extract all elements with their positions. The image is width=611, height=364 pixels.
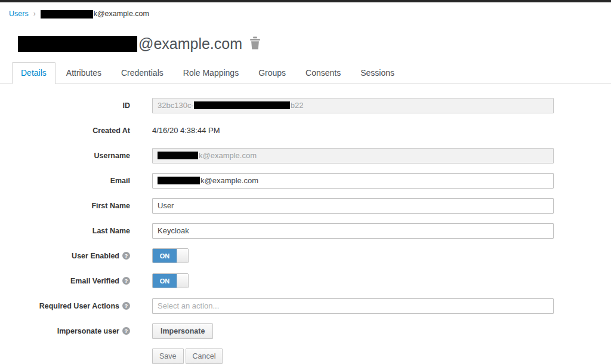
breadcrumb-current: k@example.com [41, 10, 149, 18]
username-input: k@example.com [152, 148, 554, 164]
field-row-username: Username k@example.com [0, 148, 611, 164]
email-input[interactable]: k@example.com [152, 173, 554, 189]
username-label: Username [0, 152, 130, 160]
created-at-label: Created At [0, 127, 130, 135]
redacted-text [158, 152, 198, 159]
toggle-handle [177, 249, 188, 263]
cancel-button[interactable]: Cancel [186, 348, 223, 364]
breadcrumb-users-link[interactable]: Users [9, 10, 29, 18]
help-icon[interactable]: ? [122, 277, 130, 285]
required-user-actions-input[interactable] [152, 298, 554, 314]
redacted-text [18, 36, 137, 52]
field-row-id: ID 32bc130c-b22 [0, 98, 611, 113]
field-row-email: Email k@example.com [0, 173, 611, 189]
redacted-text [41, 10, 93, 18]
last-name-input[interactable] [152, 223, 554, 239]
breadcrumb-separator: › [33, 10, 36, 18]
user-details-form: ID 32bc130c-b22 Created At 4/16/20 4:38:… [0, 98, 611, 364]
first-name-label: First Name [0, 202, 130, 210]
field-row-last-name: Last Name [0, 223, 611, 239]
created-at-value: 4/16/20 4:38:44 PM [152, 126, 220, 135]
first-name-input[interactable] [152, 198, 554, 214]
toggle-on-label: ON [153, 274, 177, 288]
email-verified-toggle[interactable]: ON [152, 273, 189, 288]
delete-user-button[interactable] [249, 36, 261, 51]
impersonate-button[interactable]: Impersonate [152, 323, 213, 339]
tab-attributes[interactable]: Attributes [57, 62, 110, 84]
field-row-email-verified: Email Verified ? ON [0, 273, 611, 289]
tab-groups[interactable]: Groups [249, 62, 295, 84]
save-button[interactable]: Save [152, 348, 184, 364]
field-row-impersonate: Impersonate user ? Impersonate [0, 323, 611, 339]
last-name-label: Last Name [0, 227, 130, 235]
trash-icon [249, 36, 261, 51]
tab-details[interactable]: Details [12, 62, 55, 84]
tab-consents[interactable]: Consents [297, 62, 350, 84]
field-row-created-at: Created At 4/16/20 4:38:44 PM [0, 123, 611, 138]
field-row-first-name: First Name [0, 198, 611, 214]
id-input: 32bc130c-b22 [152, 98, 554, 113]
help-icon[interactable]: ? [122, 327, 130, 335]
page-title: @example.com [18, 35, 611, 53]
field-row-required-user-actions: Required User Actions ? [0, 298, 611, 314]
redacted-text [158, 177, 200, 184]
tab-role-mappings[interactable]: Role Mappings [174, 62, 248, 84]
form-actions-row: Save Cancel [0, 348, 611, 364]
field-row-user-enabled: User Enabled ? ON [0, 248, 611, 264]
toggle-on-label: ON [153, 249, 177, 263]
email-label: Email [0, 177, 130, 185]
id-label: ID [0, 101, 130, 110]
user-enabled-toggle[interactable]: ON [152, 248, 189, 263]
help-icon[interactable]: ? [122, 302, 130, 310]
tab-credentials[interactable]: Credentials [112, 62, 172, 84]
required-user-actions-label: Required User Actions ? [0, 302, 130, 310]
toggle-handle [177, 274, 188, 288]
breadcrumb: Users › k@example.com [0, 2, 611, 18]
tab-sessions[interactable]: Sessions [351, 62, 403, 84]
tab-bar: Details Attributes Credentials Role Mapp… [0, 61, 611, 84]
user-enabled-label: User Enabled ? [0, 252, 130, 260]
email-verified-label: Email Verified ? [0, 277, 130, 285]
impersonate-user-label: Impersonate user ? [0, 327, 130, 335]
redacted-text [194, 101, 290, 109]
help-icon[interactable]: ? [122, 252, 130, 260]
